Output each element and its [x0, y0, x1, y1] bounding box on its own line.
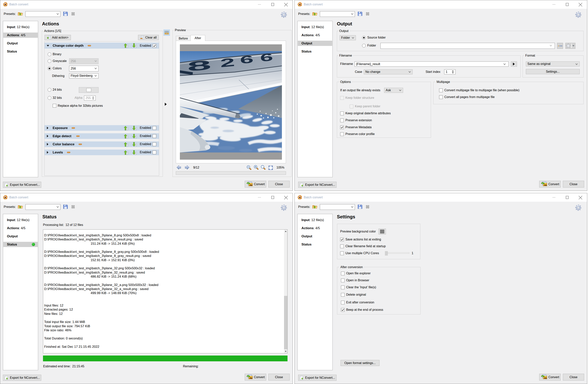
svg-text:6: 6	[239, 53, 254, 66]
svg-text:8: 8	[187, 57, 212, 74]
svg-text:2: 2	[220, 55, 235, 69]
svg-text:6: 6	[260, 51, 273, 64]
